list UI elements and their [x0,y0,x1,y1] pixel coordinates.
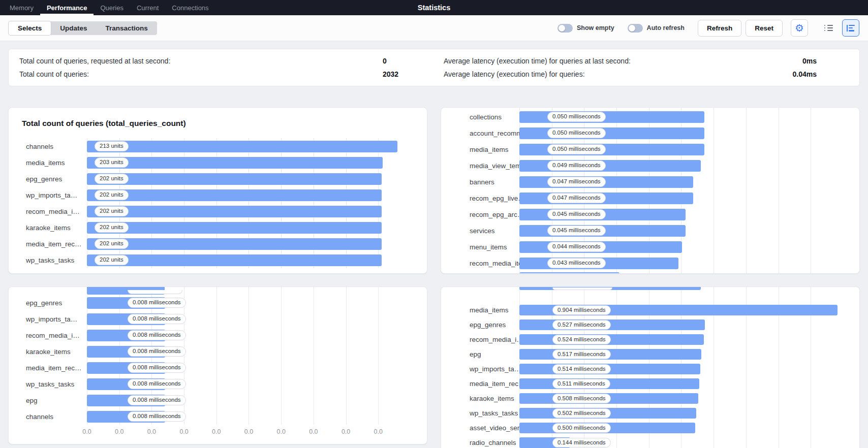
bar[interactable] [519,319,705,330]
nav-item-performance[interactable]: Performance [40,0,94,15]
bar[interactable] [519,176,693,188]
chart-panel-latency-top-right: collections0.050 millisecondsaccount_rec… [441,107,860,274]
bar[interactable] [519,160,701,172]
gear-icon: ⚙ [795,23,804,33]
bar-label: wp_imports_ta… [9,191,87,199]
bar-row: karaoke_items0.508 milliseconds [441,391,843,406]
tab-selects[interactable]: Selects [9,21,51,35]
nav-item-connections[interactable]: Connections [165,0,215,15]
bar-value-pill: 0.049 milliseconds [547,161,606,171]
x-tick-label: 0.0 [276,428,285,435]
bar-track: 0.502 milliseconds [519,408,843,419]
bar-value-pill: 213 units [95,141,129,151]
chart-x-axis: 0.00.00.00.00.00.00.00.00.00.0 [87,425,411,438]
bar-value-pill: 202 units [95,206,129,216]
tab-updates[interactable]: Updates [51,21,96,35]
chart-title: Total count of queries (total_queries_co… [22,119,427,128]
bar[interactable] [87,254,382,266]
nav-item-queries[interactable]: Queries [94,0,130,15]
bar-track: 0.008 milliseconds [87,330,411,341]
bar-value-pill: 203 units [95,157,129,168]
bar[interactable] [519,334,704,345]
bar-track: 0.047 milliseconds [519,176,843,188]
list-view-button[interactable] [821,21,835,35]
bar-row: media_item_rec…0.511 milliseconds [441,376,843,391]
bar[interactable] [519,193,693,204]
toolbar-right: Show empty Auto refresh Refresh Reset ⚙ [557,19,859,37]
bar-track: 0.511 milliseconds [519,378,843,389]
clipped-bar-fragment [441,272,843,274]
bar-value-pill: 0.904 milliseconds [552,305,611,315]
bar-track: 0.050 milliseconds [519,144,843,155]
bar-row: wp_imports_ta…202 units [9,187,411,203]
bar-chart-icon [847,25,855,31]
bar-row: banners0.047 milliseconds [441,174,843,190]
bar-value-pill: 0.008 milliseconds [128,298,186,308]
x-tick-label: 0.0 [179,428,188,435]
reset-button[interactable]: Reset [746,20,783,37]
auto-refresh-toggle[interactable] [628,24,643,33]
x-tick-label: 0.0 [309,428,318,435]
bar-track: 202 units [87,254,411,266]
bar-track: 0.044 milliseconds [519,241,843,253]
bar-label: wp_tasks_tasks [9,380,87,388]
auto-refresh-label: Auto refresh [647,24,685,31]
bar[interactable] [87,206,382,217]
bar-row: menu_items0.044 milliseconds [441,239,843,255]
bar-label: media_items [441,146,519,153]
bar-row: media_items203 units [9,154,411,171]
bar-track: 202 units [87,189,411,201]
bar-value-pill: 0.508 milliseconds [552,394,611,404]
bar-track: 0.008 milliseconds [87,313,411,325]
summary-label: Average latency (execution time) for que… [444,70,757,78]
bar-row: wp_imports_ta…0.008 milliseconds [9,311,411,327]
bar-label: media_items [441,306,519,314]
bar-row: collections0.050 milliseconds [441,109,843,125]
bar-label: karaoke_items [9,224,87,232]
nav-item-memory[interactable]: Memory [3,0,40,15]
bar-track: 0.008 milliseconds [87,297,411,309]
bar-row: wp_imports_ta…0.514 milliseconds [441,362,843,376]
x-tick-label: 0.0 [147,428,156,435]
bar[interactable] [87,141,397,152]
show-empty-label: Show empty [577,24,614,31]
bar-track: 0.050 milliseconds [519,127,843,139]
summary-value: 0.04ms [757,70,849,78]
bar[interactable] [87,157,383,169]
show-empty-toggle[interactable] [557,24,573,33]
chart-view-button[interactable] [842,19,859,37]
tab-transactions[interactable]: Transactions [97,21,157,35]
bar[interactable] [87,173,382,185]
bar [519,272,619,274]
charts-grid: Total count of queries (total_queries_co… [0,107,868,448]
bar-row: services0.045 milliseconds [441,222,843,239]
bar-track: 0.050 milliseconds [519,111,843,123]
bar-track: 0.508 milliseconds [519,393,843,404]
nav-item-current[interactable]: Current [130,0,165,15]
bar-row: media_items0.904 milliseconds [441,303,843,317]
bar[interactable] [87,238,382,250]
bar-row: asset_video_serv…0.500 milliseconds [441,421,843,435]
bar[interactable] [87,222,382,234]
bar-label: asset_video_serv… [441,424,519,432]
query-type-tabs: Selects Updates Transactions [9,21,157,35]
chart-panel-total-queries-count: Total count of queries (total_queries_co… [8,107,427,274]
clipped-bar-fragment [9,287,411,295]
bar-value-pill: 0.527 milliseconds [552,320,611,330]
x-tick-label: 0.0 [212,428,221,435]
bar-row: channels213 units [9,138,411,154]
bar-label: banners [441,178,519,186]
bar-row: karaoke_items202 units [9,219,411,236]
bar-label: epg_genres [441,321,519,329]
bar-label: recom_media_i… [9,332,87,339]
bar-track: 0.527 milliseconds [519,319,843,330]
bar-track: 0.144 milliseconds [519,437,843,448]
settings-button[interactable]: ⚙ [791,19,808,37]
bar[interactable] [87,189,382,201]
summary-value: 0ms [757,57,849,65]
bar-value-pill: 0.144 milliseconds [552,438,611,448]
chart-plot: epg_genres0.008 millisecondswp_imports_t… [9,287,411,425]
refresh-button[interactable]: Refresh [698,20,741,37]
bar-value-pill: 0.008 milliseconds [128,314,186,324]
summary-value: 2032 [383,70,444,78]
